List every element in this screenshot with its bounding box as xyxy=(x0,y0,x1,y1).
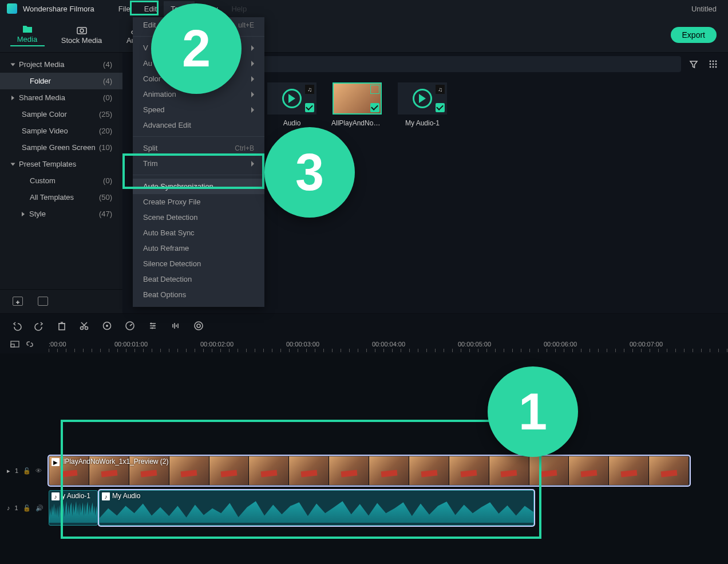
menu-file[interactable]: File xyxy=(112,1,137,17)
video-track[interactable]: ▸ 1 🔓 👁 ▶ llPlayAndNoWork_1x1_Preview (2… xyxy=(0,453,728,488)
svg-point-7 xyxy=(713,61,714,62)
clip-type-icon: ♪ xyxy=(102,492,110,500)
sidebar-item-preset-templates[interactable]: Preset Templates xyxy=(0,156,122,172)
audio-icon xyxy=(413,89,432,108)
tools-split[interactable]: SplitCtrl+B xyxy=(133,140,264,156)
app-logo xyxy=(7,3,17,14)
link-icon[interactable] xyxy=(25,340,34,351)
media-thumb-video[interactable]: AllPlayAndNoW... xyxy=(331,82,383,127)
svg-point-25 xyxy=(197,324,200,328)
audio-clip-2[interactable]: ♪ My Audio xyxy=(99,490,534,526)
sidebar-item-sample-color[interactable]: Sample Color(25) xyxy=(0,106,122,123)
check-icon xyxy=(436,103,445,112)
chevron-right-icon xyxy=(22,212,25,216)
timeline-tracks: ▸ 1 🔓 👁 ▶ llPlayAndNoWork_1x1_Preview (2… xyxy=(0,353,728,564)
tools-speed[interactable]: Speed xyxy=(133,102,264,117)
timeline-ruler[interactable]: :00:00 00:00:01:00 00:00:02:00 00:00:03:… xyxy=(0,337,728,353)
svg-point-11 xyxy=(715,64,717,65)
sidebar-item-all-templates[interactable]: All Templates(50) xyxy=(0,189,122,206)
sidebar-item-style[interactable]: Style (47) xyxy=(0,206,122,222)
cut-icon[interactable] xyxy=(79,321,89,331)
delete-icon[interactable] xyxy=(57,321,66,331)
ruler-mark: 00:00:02:00 xyxy=(200,341,234,348)
timeline-toolbar xyxy=(0,313,728,337)
clip-label: My Audio xyxy=(112,492,140,500)
clip-label: y Audio-1 xyxy=(62,492,90,500)
tools-advanced-edit[interactable]: Advanced Edit xyxy=(133,117,264,133)
undo-icon[interactable] xyxy=(11,321,22,331)
menubar: Wondershare Filmora File Edit Tools View… xyxy=(0,0,728,17)
tools-auto-beat-sync[interactable]: Auto Beat Sync xyxy=(133,225,264,240)
audio-track[interactable]: ♪ 1 🔓 🔊 ♪ y Audio-1 ♪ My Audio xyxy=(0,488,728,528)
check-icon xyxy=(305,103,314,112)
ruler-mark: 00:00:06:00 xyxy=(544,341,577,348)
tab-media[interactable]: Media xyxy=(0,17,54,53)
sidebar-item-custom[interactable]: Custom(0) xyxy=(0,172,122,189)
tools-auto-reframe[interactable]: Auto Reframe xyxy=(133,240,264,256)
audio-mix-icon[interactable] xyxy=(171,321,181,331)
svg-rect-27 xyxy=(11,344,14,347)
track-index: 1 xyxy=(15,467,18,474)
lock-icon[interactable]: 🔓 xyxy=(23,467,31,475)
ruler-mark: 00:00:01:00 xyxy=(114,341,148,348)
sidebar-item-shared-media[interactable]: Shared Media (0) xyxy=(0,89,122,106)
redo-icon[interactable] xyxy=(34,321,45,331)
lock-icon[interactable]: 🔓 xyxy=(23,504,31,512)
track-manager-icon[interactable] xyxy=(10,340,19,351)
media-thumb-audio[interactable]: ♫ Audio xyxy=(266,82,318,127)
audio-clip-1[interactable]: ♪ y Audio-1 xyxy=(49,490,98,526)
svg-point-8 xyxy=(715,61,717,62)
menu-edit[interactable]: Edit xyxy=(137,1,164,17)
tools-beat-detection[interactable]: Beat Detection xyxy=(133,271,264,287)
tools-beat-options[interactable]: Beat Options xyxy=(133,287,264,302)
record-icon[interactable] xyxy=(193,321,204,331)
grid-view-icon[interactable] xyxy=(706,57,720,71)
folder-icon xyxy=(22,23,33,35)
tab-stock-media[interactable]: Stock Media xyxy=(54,17,109,53)
chevron-down-icon xyxy=(11,63,15,66)
app-title: Wondershare Filmora xyxy=(23,5,94,13)
sidebar-item-folder[interactable]: Folder (4) xyxy=(0,73,122,89)
camera-icon xyxy=(76,25,88,36)
adjust-icon[interactable] xyxy=(148,321,158,331)
tab-media-label: Media xyxy=(17,35,37,44)
step-badge-1: 1 xyxy=(488,366,578,457)
menu-help[interactable]: Help xyxy=(224,1,254,17)
eye-icon[interactable]: 👁 xyxy=(35,467,42,474)
filter-icon[interactable] xyxy=(687,57,701,71)
export-button[interactable]: Export xyxy=(671,27,717,43)
tools-scene-detection[interactable]: Scene Detection xyxy=(133,210,264,225)
speed-icon[interactable] xyxy=(125,321,135,331)
svg-rect-15 xyxy=(59,324,65,330)
video-track-icon: ▸ xyxy=(7,467,10,475)
media-thumb-audio-1[interactable]: ♫ My Audio-1 xyxy=(396,82,449,127)
clip-type-icon: ▶ xyxy=(52,458,60,466)
crop-icon[interactable] xyxy=(102,321,112,331)
svg-point-24 xyxy=(195,322,203,330)
track-index: 1 xyxy=(15,504,18,511)
tools-trim[interactable]: Trim xyxy=(133,156,264,171)
svg-point-13 xyxy=(713,66,714,68)
sidebar-item-project-media[interactable]: Project Media (4) xyxy=(0,56,122,73)
folder-icon[interactable] xyxy=(38,297,48,306)
tools-silence-detection[interactable]: Silence Detection xyxy=(133,256,264,271)
new-folder-icon[interactable] xyxy=(13,297,23,306)
tools-create-proxy[interactable]: Create Proxy File xyxy=(133,194,264,210)
clip-type-icon: ♪ xyxy=(52,492,60,500)
primary-tabs: Media Stock Media Audio ments Split Scre… xyxy=(0,17,728,53)
svg-point-23 xyxy=(152,327,153,329)
svg-point-22 xyxy=(153,325,155,326)
sidebar-item-sample-video[interactable]: Sample Video(20) xyxy=(0,123,122,139)
svg-point-19 xyxy=(106,325,108,327)
speaker-icon[interactable]: 🔊 xyxy=(35,504,43,512)
tools-auto-sync[interactable]: Auto Synchronization xyxy=(133,179,264,194)
tab-stock-label: Stock Media xyxy=(61,36,102,45)
sidebar-item-sample-green-screen[interactable]: Sample Green Screen(10) xyxy=(0,139,122,156)
step-badge-3: 3 xyxy=(264,127,355,218)
svg-point-21 xyxy=(151,322,152,324)
svg-point-12 xyxy=(710,66,711,68)
check-icon xyxy=(370,103,379,112)
video-clip[interactable]: ▶ llPlayAndNoWork_1x1_Preview (2) xyxy=(49,456,690,486)
sidebar: Project Media (4) Folder (4) Shared Medi… xyxy=(0,53,122,313)
selection-badge-icon xyxy=(370,85,379,94)
